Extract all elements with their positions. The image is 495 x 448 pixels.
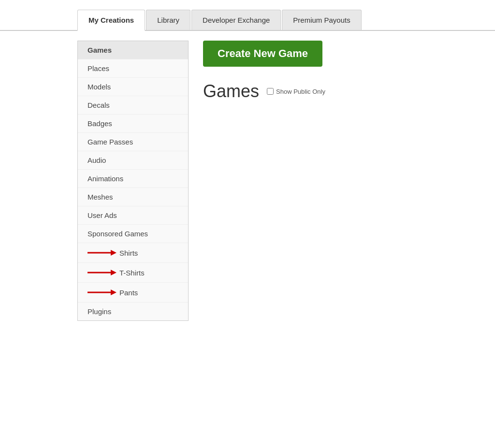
sidebar: Games Places Models Decals Badges Game P… [77,41,189,321]
tab-my-creations[interactable]: My Creations [77,10,145,31]
sidebar-item-pants[interactable]: Pants [78,283,188,303]
sidebar-item-t-shirts[interactable]: T-Shirts [78,263,188,283]
sidebar-item-meshes[interactable]: Meshes [78,188,188,206]
sidebar-item-games[interactable]: Games [78,41,188,59]
tab-premium-payouts[interactable]: Premium Payouts [282,10,361,30]
sidebar-item-badges[interactable]: Badges [78,115,188,133]
show-public-text: Show Public Only [276,88,325,95]
arrow-icon-pants [87,288,116,297]
content-area: Create New Game Games Show Public Only [189,41,495,321]
sidebar-item-user-ads[interactable]: User Ads [78,206,188,225]
sidebar-item-game-passes[interactable]: Game Passes [78,133,188,151]
games-heading-row: Games Show Public Only [203,81,480,101]
sidebar-item-sponsored-games[interactable]: Sponsored Games [78,225,188,243]
sidebar-item-animations[interactable]: Animations [78,170,188,188]
games-heading: Games [203,81,259,101]
svg-marker-3 [111,270,116,275]
sidebar-item-pants-label: Pants [119,289,138,297]
sidebar-item-places[interactable]: Places [78,59,188,78]
arrow-icon-shirts [87,248,116,258]
show-public-label[interactable]: Show Public Only [267,88,325,95]
tab-developer-exchange[interactable]: Developer Exchange [191,10,281,30]
sidebar-item-decals[interactable]: Decals [78,96,188,115]
sidebar-item-models[interactable]: Models [78,78,188,96]
sidebar-item-audio[interactable]: Audio [78,151,188,170]
svg-marker-1 [111,250,116,256]
main-content: Games Places Models Decals Badges Game P… [0,31,495,321]
create-new-game-button[interactable]: Create New Game [203,41,322,67]
tabs-container: My Creations Library Developer Exchange … [0,10,495,31]
svg-marker-5 [111,289,116,295]
arrow-icon-t-shirts [87,268,116,277]
show-public-checkbox[interactable] [267,88,274,95]
page-wrapper: My Creations Library Developer Exchange … [0,0,495,321]
sidebar-item-shirts[interactable]: Shirts [78,243,188,263]
sidebar-item-shirts-label: Shirts [119,249,138,257]
sidebar-item-plugins[interactable]: Plugins [78,303,188,320]
tab-library[interactable]: Library [146,10,190,30]
sidebar-item-t-shirts-label: T-Shirts [119,269,145,277]
